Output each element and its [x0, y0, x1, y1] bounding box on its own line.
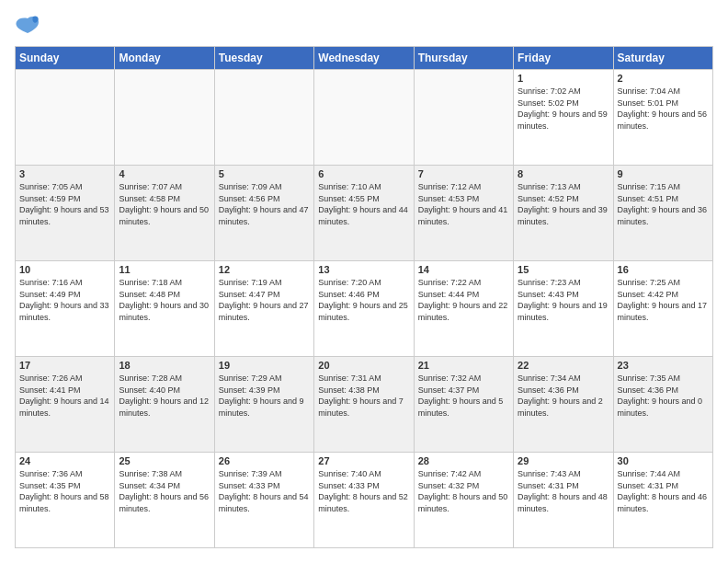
- calendar-cell: [16, 70, 115, 166]
- day-number: 28: [418, 455, 509, 466]
- day-number: 19: [219, 360, 310, 371]
- calendar-week-row: 17Sunrise: 7:26 AM Sunset: 4:41 PM Dayli…: [16, 357, 713, 453]
- calendar-cell: 20Sunrise: 7:31 AM Sunset: 4:38 PM Dayli…: [314, 357, 414, 453]
- calendar-table: SundayMondayTuesdayWednesdayThursdayFrid…: [15, 46, 713, 548]
- calendar-cell: 6Sunrise: 7:10 AM Sunset: 4:55 PM Daylig…: [314, 166, 414, 261]
- day-number: 6: [318, 168, 409, 179]
- day-number: 8: [518, 168, 609, 179]
- day-info: Sunrise: 7:20 AM Sunset: 4:46 PM Dayligh…: [318, 277, 409, 323]
- day-number: 5: [219, 168, 310, 179]
- day-info: Sunrise: 7:38 AM Sunset: 4:34 PM Dayligh…: [119, 468, 210, 514]
- calendar-cell: 26Sunrise: 7:39 AM Sunset: 4:33 PM Dayli…: [214, 453, 313, 548]
- day-info: Sunrise: 7:19 AM Sunset: 4:47 PM Dayligh…: [219, 277, 310, 323]
- day-info: Sunrise: 7:28 AM Sunset: 4:40 PM Dayligh…: [119, 373, 210, 419]
- calendar-cell: 12Sunrise: 7:19 AM Sunset: 4:47 PM Dayli…: [214, 261, 313, 357]
- day-number: 29: [518, 455, 609, 466]
- calendar-cell: 24Sunrise: 7:36 AM Sunset: 4:35 PM Dayli…: [16, 453, 115, 548]
- day-info: Sunrise: 7:35 AM Sunset: 4:36 PM Dayligh…: [618, 373, 709, 419]
- weekday-header-tuesday: Tuesday: [214, 47, 313, 70]
- page: SundayMondayTuesdayWednesdayThursdayFrid…: [0, 0, 728, 563]
- calendar-cell: 15Sunrise: 7:23 AM Sunset: 4:43 PM Dayli…: [514, 261, 613, 357]
- day-info: Sunrise: 7:32 AM Sunset: 4:37 PM Dayligh…: [418, 373, 509, 419]
- calendar-cell: 19Sunrise: 7:29 AM Sunset: 4:39 PM Dayli…: [214, 357, 313, 453]
- calendar-cell: 4Sunrise: 7:07 AM Sunset: 4:58 PM Daylig…: [115, 166, 214, 261]
- calendar-cell: 2Sunrise: 7:04 AM Sunset: 5:01 PM Daylig…: [613, 70, 712, 166]
- calendar-cell: 11Sunrise: 7:18 AM Sunset: 4:48 PM Dayli…: [115, 261, 214, 357]
- calendar-cell: [214, 70, 313, 166]
- calendar-cell: 25Sunrise: 7:38 AM Sunset: 4:34 PM Dayli…: [115, 453, 214, 548]
- calendar-cell: 29Sunrise: 7:43 AM Sunset: 4:31 PM Dayli…: [514, 453, 613, 548]
- weekday-header-monday: Monday: [115, 47, 214, 70]
- calendar-cell: 8Sunrise: 7:13 AM Sunset: 4:52 PM Daylig…: [514, 166, 613, 261]
- calendar-cell: 17Sunrise: 7:26 AM Sunset: 4:41 PM Dayli…: [16, 357, 115, 453]
- calendar-cell: 1Sunrise: 7:02 AM Sunset: 5:02 PM Daylig…: [514, 70, 613, 166]
- calendar-cell: 3Sunrise: 7:05 AM Sunset: 4:59 PM Daylig…: [16, 166, 115, 261]
- logo-bird-icon: [15, 15, 40, 37]
- day-number: 26: [219, 455, 310, 466]
- calendar-cell: 21Sunrise: 7:32 AM Sunset: 4:37 PM Dayli…: [414, 357, 513, 453]
- calendar-week-row: 24Sunrise: 7:36 AM Sunset: 4:35 PM Dayli…: [16, 453, 713, 548]
- weekday-header-thursday: Thursday: [414, 47, 513, 70]
- day-info: Sunrise: 7:07 AM Sunset: 4:58 PM Dayligh…: [119, 181, 210, 227]
- calendar-cell: 7Sunrise: 7:12 AM Sunset: 4:53 PM Daylig…: [414, 166, 513, 261]
- header: [15, 15, 713, 37]
- day-info: Sunrise: 7:40 AM Sunset: 4:33 PM Dayligh…: [318, 468, 409, 514]
- day-number: 15: [518, 264, 609, 275]
- calendar-cell: 22Sunrise: 7:34 AM Sunset: 4:36 PM Dayli…: [514, 357, 613, 453]
- day-info: Sunrise: 7:34 AM Sunset: 4:36 PM Dayligh…: [518, 373, 609, 419]
- calendar-cell: [314, 70, 414, 166]
- calendar-cell: 18Sunrise: 7:28 AM Sunset: 4:40 PM Dayli…: [115, 357, 214, 453]
- day-number: 21: [418, 360, 509, 371]
- calendar-week-row: 1Sunrise: 7:02 AM Sunset: 5:02 PM Daylig…: [16, 70, 713, 166]
- calendar-cell: 30Sunrise: 7:44 AM Sunset: 4:31 PM Dayli…: [613, 453, 712, 548]
- day-info: Sunrise: 7:13 AM Sunset: 4:52 PM Dayligh…: [518, 181, 609, 227]
- day-info: Sunrise: 7:23 AM Sunset: 4:43 PM Dayligh…: [518, 277, 609, 323]
- day-number: 22: [518, 360, 609, 371]
- calendar-header-row: SundayMondayTuesdayWednesdayThursdayFrid…: [16, 47, 713, 70]
- day-info: Sunrise: 7:05 AM Sunset: 4:59 PM Dayligh…: [19, 181, 110, 227]
- day-info: Sunrise: 7:04 AM Sunset: 5:01 PM Dayligh…: [618, 86, 709, 132]
- calendar-cell: 5Sunrise: 7:09 AM Sunset: 4:56 PM Daylig…: [214, 166, 313, 261]
- calendar-week-row: 3Sunrise: 7:05 AM Sunset: 4:59 PM Daylig…: [16, 166, 713, 261]
- day-number: 4: [119, 168, 210, 179]
- day-number: 14: [418, 264, 509, 275]
- day-number: 16: [618, 264, 709, 275]
- day-number: 11: [119, 264, 210, 275]
- day-info: Sunrise: 7:36 AM Sunset: 4:35 PM Dayligh…: [19, 468, 110, 514]
- day-number: 27: [318, 455, 409, 466]
- calendar-cell: 23Sunrise: 7:35 AM Sunset: 4:36 PM Dayli…: [613, 357, 712, 453]
- day-number: 23: [618, 360, 709, 371]
- day-info: Sunrise: 7:10 AM Sunset: 4:55 PM Dayligh…: [318, 181, 409, 227]
- calendar-cell: 13Sunrise: 7:20 AM Sunset: 4:46 PM Dayli…: [314, 261, 414, 357]
- calendar-cell: 27Sunrise: 7:40 AM Sunset: 4:33 PM Dayli…: [314, 453, 414, 548]
- day-info: Sunrise: 7:18 AM Sunset: 4:48 PM Dayligh…: [119, 277, 210, 323]
- calendar-cell: 16Sunrise: 7:25 AM Sunset: 4:42 PM Dayli…: [613, 261, 712, 357]
- day-number: 9: [618, 168, 709, 179]
- day-info: Sunrise: 7:31 AM Sunset: 4:38 PM Dayligh…: [318, 373, 409, 419]
- day-number: 13: [318, 264, 409, 275]
- calendar-week-row: 10Sunrise: 7:16 AM Sunset: 4:49 PM Dayli…: [16, 261, 713, 357]
- day-info: Sunrise: 7:09 AM Sunset: 4:56 PM Dayligh…: [219, 181, 310, 227]
- day-info: Sunrise: 7:25 AM Sunset: 4:42 PM Dayligh…: [618, 277, 709, 323]
- calendar-cell: 10Sunrise: 7:16 AM Sunset: 4:49 PM Dayli…: [16, 261, 115, 357]
- day-number: 1: [518, 73, 609, 84]
- calendar-cell: [115, 70, 214, 166]
- day-number: 30: [618, 455, 709, 466]
- weekday-header-saturday: Saturday: [613, 47, 712, 70]
- day-info: Sunrise: 7:39 AM Sunset: 4:33 PM Dayligh…: [219, 468, 310, 514]
- day-number: 12: [219, 264, 310, 275]
- weekday-header-wednesday: Wednesday: [314, 47, 414, 70]
- day-number: 18: [119, 360, 210, 371]
- calendar-cell: [414, 70, 513, 166]
- day-number: 24: [19, 455, 110, 466]
- day-info: Sunrise: 7:15 AM Sunset: 4:51 PM Dayligh…: [618, 181, 709, 227]
- day-info: Sunrise: 7:16 AM Sunset: 4:49 PM Dayligh…: [19, 277, 110, 323]
- calendar-cell: 28Sunrise: 7:42 AM Sunset: 4:32 PM Dayli…: [414, 453, 513, 548]
- logo: [15, 15, 44, 37]
- calendar-cell: 9Sunrise: 7:15 AM Sunset: 4:51 PM Daylig…: [613, 166, 712, 261]
- day-number: 7: [418, 168, 509, 179]
- day-number: 20: [318, 360, 409, 371]
- day-number: 25: [119, 455, 210, 466]
- weekday-header-friday: Friday: [514, 47, 613, 70]
- day-info: Sunrise: 7:29 AM Sunset: 4:39 PM Dayligh…: [219, 373, 310, 419]
